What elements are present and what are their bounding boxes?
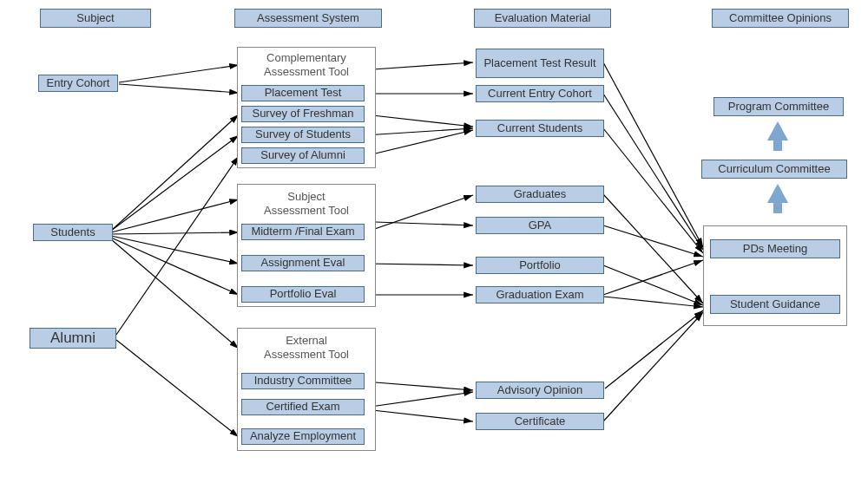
material-graduation-exam: Graduation Exam	[476, 286, 604, 303]
material-advisory-opinion: Advisory Opinion	[476, 382, 604, 399]
committee-student-guidance: Student Guidance	[710, 295, 840, 314]
panel-title-subject: Subject Assessment Tool	[238, 190, 375, 217]
svg-line-18	[365, 264, 473, 265]
tool-placement-test: Placement Test	[241, 85, 365, 101]
svg-line-5	[111, 232, 239, 234]
material-placement-result: Placement Test Result	[476, 49, 604, 78]
tool-survey-freshman: Survey of Freshman	[241, 106, 365, 122]
svg-line-20	[365, 382, 473, 390]
arrow-up-icon	[767, 184, 788, 203]
svg-line-7	[111, 238, 239, 295]
tool-midterm-final: Midterm /Final Exam	[241, 224, 365, 240]
subject-entry-cohort: Entry Cohort	[38, 75, 118, 92]
svg-line-3	[111, 135, 239, 231]
svg-line-14	[365, 128, 473, 135]
material-certificate: Certificate	[476, 413, 604, 430]
committee-curriculum: Curriculum Committee	[701, 160, 847, 179]
svg-line-8	[111, 239, 239, 349]
tool-analyze-employment: Analyze Employment	[241, 428, 365, 445]
subject-alumni: Alumni	[30, 328, 116, 349]
header-subject: Subject	[40, 9, 151, 28]
svg-line-2	[111, 114, 239, 231]
committee-program: Program Committee	[713, 97, 844, 116]
arrow-up-icon	[767, 121, 788, 140]
tool-survey-students: Survey of Students	[241, 127, 365, 143]
material-portfolio: Portfolio	[476, 257, 604, 274]
svg-line-1	[119, 84, 239, 93]
tool-assignment-eval: Assignment Eval	[241, 255, 365, 271]
svg-line-21	[365, 392, 473, 408]
svg-line-16	[375, 222, 473, 225]
subject-students: Students	[33, 224, 113, 241]
svg-line-22	[365, 409, 473, 421]
header-assessment: Assessment System	[234, 9, 382, 28]
material-graduates: Graduates	[476, 186, 604, 203]
panel-title-external: External Assessment Tool	[238, 334, 375, 361]
svg-line-24	[603, 94, 703, 250]
committee-pds-meeting: PDs Meeting	[710, 239, 840, 258]
svg-line-4	[111, 199, 239, 232]
header-opinions: Committee Opinions	[712, 9, 849, 28]
header-material: Evaluation Material	[474, 9, 611, 28]
tool-portfolio-eval: Portfolio Eval	[241, 286, 365, 303]
svg-line-17	[365, 195, 473, 232]
svg-line-9	[116, 156, 239, 335]
tool-survey-alumni: Survey of Alumni	[241, 147, 365, 164]
material-current-students: Current Students	[476, 120, 604, 137]
svg-line-11	[373, 62, 473, 69]
svg-line-6	[111, 236, 239, 264]
tool-certified-exam: Certified Exam	[241, 399, 365, 415]
svg-line-29	[603, 260, 703, 295]
svg-line-13	[365, 114, 473, 127]
svg-line-31	[605, 310, 703, 388]
svg-line-30	[603, 297, 703, 307]
svg-line-26	[603, 194, 703, 303]
svg-line-25	[603, 128, 703, 253]
material-current-entry: Current Entry Cohort	[476, 85, 604, 102]
svg-line-23	[603, 62, 703, 247]
material-gpa: GPA	[476, 217, 604, 234]
svg-line-15	[365, 130, 473, 156]
svg-line-32	[603, 312, 703, 421]
svg-line-27	[603, 225, 703, 257]
svg-line-0	[119, 65, 239, 82]
panel-title-complementary: Complementary Assessment Tool	[238, 51, 375, 78]
svg-line-28	[603, 265, 703, 305]
svg-line-10	[116, 340, 239, 437]
tool-industry-committee: Industry Committee	[241, 373, 365, 389]
